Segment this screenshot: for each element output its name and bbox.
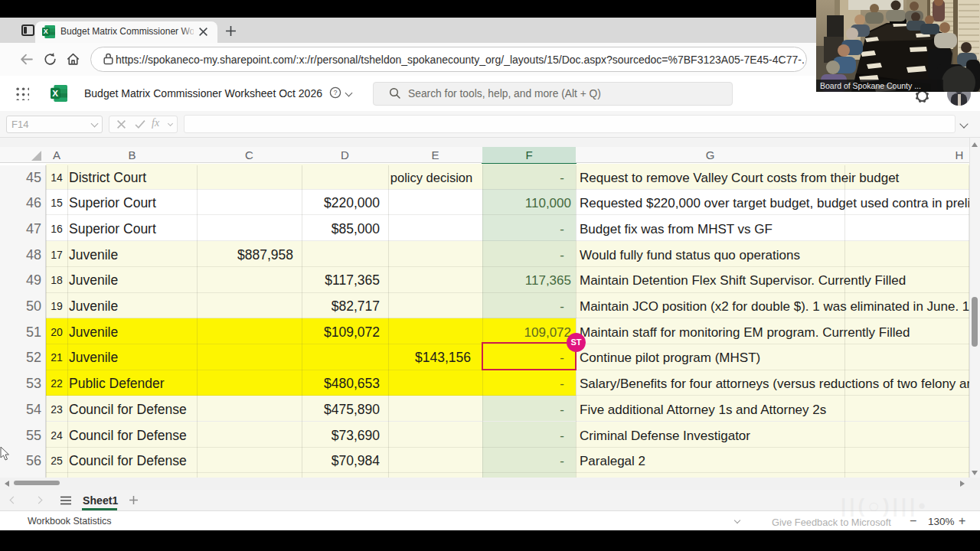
- svg-text:?: ?: [333, 89, 337, 96]
- svg-text:X: X: [44, 28, 48, 35]
- svg-text:Board of Spokane County ...: Board of Spokane County ...: [820, 81, 921, 90]
- svg-text:X: X: [52, 89, 58, 98]
